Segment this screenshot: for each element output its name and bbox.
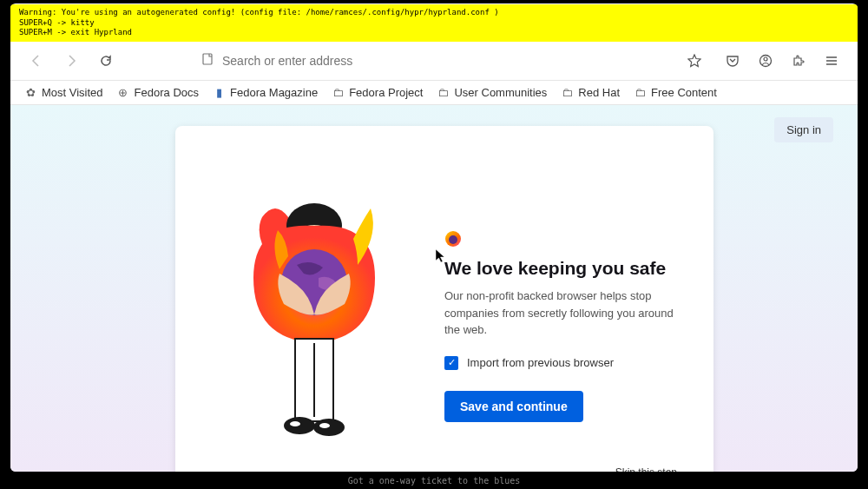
reload-button[interactable] — [94, 49, 118, 73]
onboarding-headline: We love keeping you safe — [444, 258, 687, 279]
pocket-button[interactable] — [720, 49, 745, 73]
reload-icon — [99, 54, 113, 68]
svg-point-8 — [284, 417, 315, 434]
star-icon — [687, 54, 701, 68]
puzzle-icon — [792, 54, 806, 68]
forward-button[interactable] — [59, 49, 83, 73]
bookmark-label: Free Content — [651, 86, 717, 99]
bookmark-label: Fedora Docs — [135, 86, 199, 99]
import-checkbox-row[interactable]: ✓ Import from previous browser — [444, 356, 687, 370]
bookmark-fedora-magazine[interactable]: ▮ Fedora Magazine — [213, 86, 318, 99]
save-continue-button[interactable]: Save and continue — [444, 391, 583, 422]
browser-window: ✿ Most Visited ⊕ Fedora Docs ▮ Fedora Ma… — [10, 3, 858, 472]
account-button[interactable] — [753, 49, 778, 73]
svg-point-2 — [764, 57, 767, 61]
signin-button[interactable]: Sign in — [774, 117, 833, 142]
skip-label: Skip this step — [615, 466, 677, 472]
svg-point-9 — [313, 419, 345, 436]
svg-rect-0 — [203, 54, 212, 64]
checkbox-label: Import from previous browser — [467, 356, 614, 369]
pocket-icon — [726, 54, 740, 68]
arrow-left-icon — [30, 54, 43, 68]
bookmark-fedora-project[interactable]: 🗀 Fedora Project — [332, 86, 423, 99]
warning-line2: SUPER+Q -> kitty — [19, 18, 849, 29]
bookmark-label: Most Visited — [42, 86, 103, 99]
bookmark-most-visited[interactable]: ✿ Most Visited — [24, 86, 103, 99]
bookmark-label: Red Hat — [578, 86, 620, 99]
warning-line3: SUPER+M -> exit Hyprland — [19, 28, 849, 38]
arrow-right-icon: → — [682, 466, 693, 472]
svg-point-11 — [319, 423, 330, 428]
gear-icon: ✿ — [24, 87, 36, 99]
bookmark-label: Fedora Project — [349, 86, 423, 99]
toolbar — [10, 42, 858, 81]
bookmark-fedora-docs[interactable]: ⊕ Fedora Docs — [117, 86, 199, 99]
page-icon — [201, 53, 214, 69]
bookmark-label: Fedora Magazine — [230, 86, 318, 99]
folder-icon: 🗀 — [561, 87, 573, 99]
folder-icon: 🗀 — [437, 87, 449, 99]
folder-icon: 🗀 — [634, 87, 646, 99]
bookmark-star-button[interactable] — [682, 49, 707, 73]
menu-button[interactable] — [819, 49, 844, 73]
skip-link[interactable]: Skip this step → — [615, 466, 693, 472]
bookmarks-bar: ✿ Most Visited ⊕ Fedora Docs ▮ Fedora Ma… — [10, 81, 858, 105]
onboarding-card: We love keeping you safe Our non-profit … — [175, 126, 713, 472]
warning-line1: Warning: You're using an autogenerated c… — [19, 8, 849, 18]
bookmark-label: User Communities — [454, 86, 547, 99]
globe-icon: ⊕ — [117, 87, 129, 99]
bookmark-free-content[interactable]: 🗀 Free Content — [634, 86, 717, 99]
checkbox-checked-icon: ✓ — [444, 356, 458, 370]
address-input[interactable] — [222, 54, 668, 68]
account-icon — [759, 54, 773, 68]
fedora-icon: ▮ — [213, 87, 225, 99]
bookmark-red-hat[interactable]: 🗀 Red Hat — [561, 86, 620, 99]
hamburger-icon — [825, 54, 838, 68]
svg-point-13 — [449, 235, 457, 244]
content-area: Sign in — [10, 105, 858, 472]
status-bar: Got a one-way ticket to the blues — [0, 476, 868, 486]
onboarding-subtext: Our non-profit backed browser helps stop… — [444, 287, 687, 339]
folder-icon: 🗀 — [332, 87, 344, 99]
arrow-right-icon — [64, 54, 78, 68]
firefox-logo-icon — [444, 230, 462, 248]
back-button[interactable] — [24, 49, 49, 73]
svg-point-10 — [290, 421, 300, 426]
illustration — [201, 161, 427, 472]
extensions-button[interactable] — [786, 49, 811, 73]
bookmark-user-communities[interactable]: 🗀 User Communities — [437, 86, 547, 99]
